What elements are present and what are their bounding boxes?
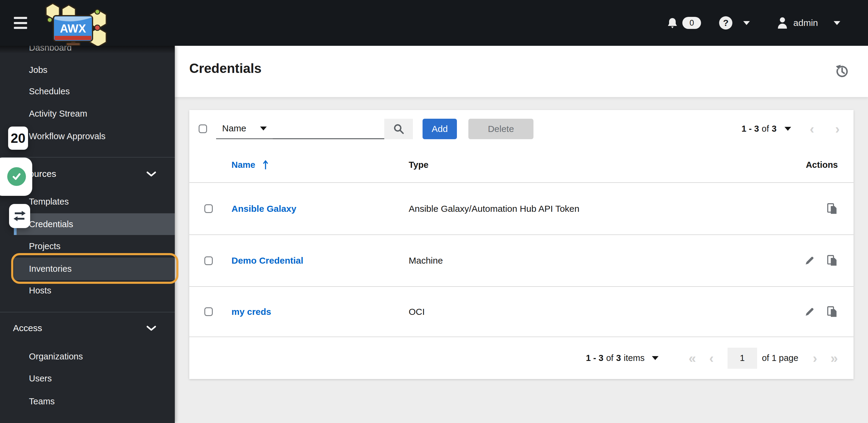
chevron-down-icon: [147, 326, 156, 331]
copy-button[interactable]: [827, 255, 838, 266]
row-checkbox[interactable]: [204, 307, 213, 316]
pencil-icon: [804, 255, 815, 266]
select-all-checkbox[interactable]: [198, 124, 207, 133]
sidebar-nav: Dashboard Jobs Schedules Activity Stream…: [0, 46, 175, 423]
copy-icon: [827, 306, 838, 318]
swap-arrows-icon: [13, 210, 27, 222]
table-row: Ansible Galaxy Ansible Galaxy/Automation…: [189, 183, 854, 235]
help-icon[interactable]: ?: [719, 16, 733, 30]
copy-button[interactable]: [827, 306, 838, 318]
hamburger-menu-icon[interactable]: [14, 17, 27, 29]
pagination-range: 1 - 3: [741, 124, 759, 134]
user-menu-caret-down-icon[interactable]: [834, 21, 840, 25]
sort-ascending-icon: [262, 160, 269, 170]
prev-page-button[interactable]: ‹: [709, 352, 714, 365]
credential-link[interactable]: Demo Credential: [231, 256, 303, 266]
copy-button[interactable]: [827, 203, 838, 215]
column-name-sort[interactable]: Name: [231, 160, 269, 170]
sidebar-section-access[interactable]: Access: [0, 317, 175, 339]
user-icon: [777, 17, 788, 29]
column-actions-header: Actions: [757, 160, 854, 170]
search-filter-group: Name: [216, 119, 413, 139]
prev-page-button[interactable]: ‹: [810, 122, 814, 136]
topbar-right-group: 0 ? admin: [667, 16, 840, 30]
delete-button[interactable]: Delete: [468, 119, 533, 139]
credential-type: Machine: [409, 256, 757, 266]
copy-icon: [827, 255, 838, 266]
annotation-highlight-box: [11, 253, 179, 284]
awx-logo: AWX: [42, 1, 108, 46]
top-navbar: AWX 0 ? admin: [0, 0, 868, 46]
copy-icon: [827, 203, 838, 215]
table-row: my creds OCI: [189, 287, 854, 337]
next-page-button[interactable]: ›: [813, 352, 817, 365]
table-header: Name Type Actions: [189, 148, 854, 183]
annotation-swap-overlay: [9, 204, 30, 228]
table-row: Demo Credential Machine: [189, 235, 854, 287]
username-label[interactable]: admin: [793, 18, 818, 28]
page-header: Credentials: [175, 46, 868, 97]
page-count-label: of 1 page: [762, 353, 798, 363]
row-checkbox[interactable]: [204, 204, 213, 213]
help-caret-down-icon[interactable]: [743, 21, 750, 25]
awx-credentials-page: AWX 0 ? admin Dashboard: [0, 0, 868, 423]
history-icon: [834, 63, 849, 78]
annotation-check-overlay: [0, 158, 32, 196]
notifications-bell-icon[interactable]: [667, 18, 678, 28]
sidebar-divider: [0, 312, 175, 313]
search-icon: [393, 123, 404, 135]
pagination-total: 3: [772, 124, 777, 134]
search-input[interactable]: [273, 119, 384, 139]
credential-link[interactable]: Ansible Galaxy: [231, 204, 296, 214]
check-circle-icon: [7, 167, 26, 186]
next-page-button[interactable]: ›: [835, 122, 840, 136]
edit-button[interactable]: [804, 306, 815, 317]
sidebar-item-activity-stream[interactable]: Activity Stream: [0, 103, 175, 124]
edit-button[interactable]: [804, 255, 815, 266]
sidebar-item-schedules[interactable]: Schedules: [0, 80, 175, 102]
search-button[interactable]: [384, 119, 413, 139]
chevron-down-icon: [147, 171, 156, 177]
column-type-header: Type: [409, 160, 757, 170]
list-toolbar: Name Add Delete 1 - 3 of 3 ‹ ›: [189, 110, 854, 148]
sidebar-divider: [0, 157, 175, 158]
page-number-input[interactable]: [727, 348, 757, 369]
credential-link[interactable]: my creds: [231, 307, 271, 317]
sidebar-item-teams[interactable]: Teams: [0, 390, 175, 412]
filter-type-select[interactable]: Name: [216, 119, 273, 139]
bottom-pagination: 1 - 3 of 3 items « ‹ of 1 page › »: [189, 337, 854, 379]
sidebar-item-credentials-selected[interactable]: Credentials: [14, 213, 175, 235]
history-button[interactable]: [834, 63, 849, 78]
caret-down-icon: [652, 356, 658, 360]
notification-count-badge: 0: [682, 17, 701, 29]
top-pagination: 1 - 3 of 3 ‹ ›: [741, 122, 840, 136]
sidebar-item-jobs[interactable]: Jobs: [0, 59, 175, 81]
awx-logo-text: AWX: [60, 22, 86, 35]
credential-type: OCI: [409, 307, 757, 317]
credentials-card: Name Add Delete 1 - 3 of 3 ‹ ›: [189, 110, 854, 379]
per-page-caret-down-icon[interactable]: [784, 127, 791, 131]
first-page-button[interactable]: «: [689, 352, 696, 365]
items-per-page-select[interactable]: 1 - 3 of 3 items: [586, 353, 658, 363]
annotation-step-badge: 20: [8, 127, 28, 150]
pencil-icon: [804, 306, 815, 317]
row-checkbox[interactable]: [204, 256, 213, 265]
last-page-button[interactable]: »: [831, 352, 838, 365]
page-title: Credentials: [189, 61, 261, 76]
caret-down-icon: [260, 127, 267, 130]
sidebar-item-users[interactable]: Users: [0, 367, 175, 389]
sidebar-item-organizations[interactable]: Organizations: [0, 346, 175, 367]
credential-type: Ansible Galaxy/Automation Hub API Token: [409, 204, 757, 214]
sidebar-item-dashboard[interactable]: Dashboard: [0, 46, 175, 59]
add-button[interactable]: Add: [423, 119, 457, 139]
